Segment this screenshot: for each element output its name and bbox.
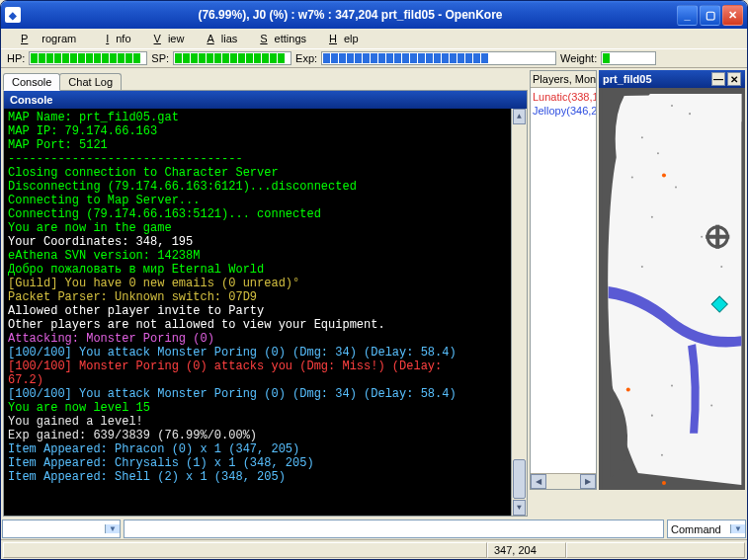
console-line: [100/100] You attack Monster Poring (0) … (8, 387, 523, 401)
console-line: [100/100] Monster Poring (0) attacks you… (8, 360, 523, 373)
scroll-thumb[interactable] (513, 459, 526, 499)
console-line: Disconnecting (79.174.66.163:6121)...dis… (8, 180, 523, 194)
hp-gauge (29, 51, 147, 65)
svg-point-10 (641, 266, 643, 268)
menu-info[interactable]: Info (92, 31, 137, 46)
console-line: You are now level 15 (8, 401, 523, 415)
console-line: Other players are not allowed to view yo… (8, 318, 523, 332)
menu-view[interactable]: View (140, 31, 192, 46)
menu-program[interactable]: Program (7, 31, 90, 46)
scroll-right-icon[interactable]: ▶ (580, 474, 596, 489)
svg-point-12 (651, 415, 653, 417)
svg-point-20 (662, 481, 666, 485)
console-line: [100/100] You attack Monster Poring (0) … (8, 346, 523, 360)
sp-label: SP: (151, 52, 169, 64)
sp-gauge (173, 51, 291, 65)
console-line: Item Appeared: Chrysalis (1) x 1 (348, 2… (8, 456, 523, 470)
window-title: (76.99%), J0 (%) : w7% : 347,204 prt_fil… (26, 8, 675, 22)
svg-point-2 (689, 113, 691, 115)
console-line: Connecting to Map Server... (8, 194, 523, 207)
tab-console[interactable]: Console (3, 73, 60, 91)
console-line: Item Appeared: Shell (2) x 1 (348, 205) (8, 470, 523, 484)
map-close-button[interactable]: ✕ (727, 72, 741, 86)
left-pane: Console Chat Log Console MAP Name: prt_f… (3, 70, 528, 517)
svg-point-7 (651, 216, 653, 218)
console-frame: Console MAP Name: prt_fild05.gatMAP IP: … (3, 90, 528, 517)
console-scrollbar[interactable]: ▲ ▼ (511, 109, 527, 516)
statusbar: 347, 204 (1, 539, 747, 559)
console-line: 67.2) (8, 373, 523, 387)
console-line: MAP IP: 79.174.66.163 (8, 124, 523, 138)
svg-point-14 (661, 454, 663, 456)
menu-help[interactable]: Help (315, 31, 366, 46)
svg-rect-17 (706, 235, 729, 239)
svg-point-18 (662, 173, 666, 177)
right-top: Players, Monste Lunatic(338,194Jellopy(3… (530, 70, 745, 490)
status-gauges: HP: SP: Exp: Weight: (1, 48, 747, 68)
svg-point-19 (626, 387, 630, 391)
command-input[interactable] (124, 520, 664, 538)
hp-label: HP: (7, 52, 25, 64)
menu-alias[interactable]: Alias (193, 31, 244, 46)
status-coords: 347, 204 (487, 542, 566, 558)
map-minimize-button[interactable]: — (711, 72, 725, 86)
close-button[interactable]: ✕ (722, 5, 743, 26)
weight-gauge (601, 51, 656, 65)
svg-point-13 (710, 405, 712, 407)
titlebar[interactable]: ◆ (76.99%), J0 (%) : w7% : 347,204 prt_f… (1, 1, 747, 29)
weight-label: Weight: (560, 52, 597, 64)
console-line: Allowed other player invite to Party (8, 304, 523, 318)
right-pane: Players, Monste Lunatic(338,194Jellopy(3… (530, 70, 745, 517)
list-item[interactable]: Jellopy(346,204 (533, 104, 594, 118)
scroll-down-icon[interactable]: ▼ (513, 500, 526, 516)
console-line: Exp gained: 639/3839 (76.99%/0.00%) (8, 429, 523, 442)
exp-gauge (321, 51, 556, 65)
console[interactable]: MAP Name: prt_fild05.gatMAP IP: 79.174.6… (4, 109, 527, 516)
menu-settings[interactable]: Settings (246, 31, 313, 46)
console-line: eAthena SVN version: 14238M (8, 249, 523, 263)
app-icon: ◆ (5, 7, 21, 23)
maximize-button[interactable]: ▢ (700, 5, 720, 26)
console-line: Your Coordinates: 348, 195 (8, 235, 523, 249)
map-panel: prt_fild05 — ✕ (599, 70, 745, 490)
map-header[interactable]: prt_fild05 — ✕ (599, 70, 745, 88)
chevron-down-icon[interactable]: ▼ (105, 524, 120, 533)
console-line: MAP Port: 5121 (8, 138, 523, 152)
console-line: Добро пожаловать в мир Eternal World (8, 263, 523, 277)
console-line: Connecting (79.174.66.163:5121)... conne… (8, 207, 523, 221)
console-line: --------------------------------- (8, 152, 523, 166)
svg-point-5 (631, 176, 633, 178)
players-hscroll[interactable]: ◀ ▶ (531, 473, 596, 489)
menubar: Program Info View Alias Settings Help (1, 29, 747, 48)
console-line: MAP Name: prt_fild05.gat (8, 111, 523, 124)
app-window: ◆ (76.99%), J0 (%) : w7% : 347,204 prt_f… (0, 0, 748, 560)
scroll-left-icon[interactable]: ◀ (531, 474, 546, 489)
players-header[interactable]: Players, Monste (531, 71, 596, 88)
map-canvas[interactable] (599, 88, 745, 490)
map-title: prt_fild05 (603, 73, 652, 85)
left-combo[interactable]: ▼ (2, 520, 121, 538)
console-header: Console (4, 91, 527, 109)
input-bar: ▼ Command▼ (1, 519, 747, 539)
chevron-down-icon[interactable]: ▼ (730, 524, 745, 533)
console-line: Closing connection to Character Server (8, 166, 523, 180)
svg-point-6 (675, 186, 677, 188)
players-body[interactable]: Lunatic(338,194Jellopy(346,204 (531, 88, 596, 473)
console-line: Item Appeared: Phracon (0) x 1 (347, 205… (8, 442, 523, 456)
console-line: [Guild] You have 0 new emails (0 unread)… (8, 277, 523, 290)
body: Console Chat Log Console MAP Name: prt_f… (1, 68, 747, 519)
tab-chatlog[interactable]: Chat Log (59, 73, 122, 90)
svg-point-1 (671, 105, 673, 107)
exp-label: Exp: (295, 52, 317, 64)
command-combo[interactable]: Command▼ (667, 520, 746, 538)
svg-point-8 (701, 236, 703, 238)
svg-point-11 (671, 384, 673, 386)
status-cell-1 (3, 542, 487, 558)
minimize-button[interactable]: _ (677, 5, 698, 26)
svg-point-4 (657, 152, 659, 154)
tabs: Console Chat Log (3, 70, 528, 90)
list-item[interactable]: Lunatic(338,194 (533, 90, 594, 104)
status-cell-3 (566, 542, 745, 558)
scroll-up-icon[interactable]: ▲ (513, 109, 526, 124)
svg-point-3 (641, 136, 643, 138)
